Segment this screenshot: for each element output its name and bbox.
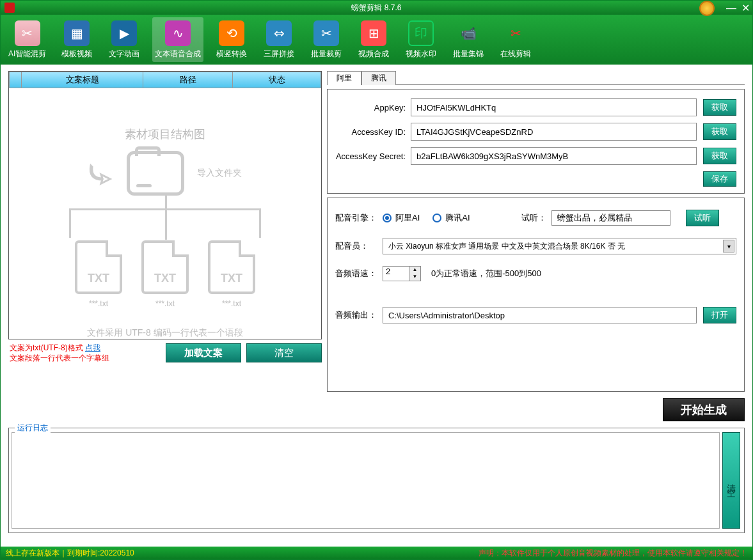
tool-icon-5: ⇔ (266, 20, 292, 46)
spin-up-icon[interactable]: ▲ (409, 267, 420, 274)
txt-file-icon: TXT (208, 240, 255, 294)
drop-placeholder: 素材项目结构图 导入文件夹 TXT***.txt TXT***.txt TXT*… (9, 88, 321, 339)
tab-tencent[interactable]: 腾讯 (361, 71, 396, 85)
preview-button[interactable]: 试听 (686, 210, 719, 226)
folder-icon (127, 151, 184, 196)
speed-note: 0为正常语速，范围-500到500 (431, 268, 541, 279)
start-generate-button[interactable]: 开始生成 (663, 398, 745, 421)
col-title[interactable]: 文案标题 (22, 72, 143, 88)
api-credentials-group: AppKey: 获取 AccessKey ID: 获取 AccessKey Se… (327, 89, 745, 194)
tab-ali[interactable]: 阿里 (327, 71, 361, 85)
speed-spinner[interactable]: 2 ▲▼ (383, 266, 421, 281)
col-status[interactable]: 状态 (233, 72, 321, 88)
open-folder-button[interactable]: 打开 (703, 307, 736, 323)
tool-icon-2: ▶ (111, 20, 137, 46)
medal-icon[interactable] (699, 1, 715, 16)
appkey-label: AppKey: (335, 103, 406, 113)
voice-label: 配音员： (335, 240, 383, 252)
tool-icon-6: ✂ (313, 20, 339, 46)
accesssecret-label: AccessKey Secret: (335, 152, 406, 161)
table-corner (9, 72, 22, 88)
accessid-label: AccessKey ID: (335, 127, 406, 137)
encoding-note: 文件采用 UTF-8 编码一行代表一个语段 (87, 327, 242, 339)
tool-0[interactable]: ✂AI智能混剪 (6, 17, 49, 62)
load-script-button[interactable]: 加载文案 (166, 343, 241, 362)
tool-icon-0: ✂ (15, 20, 40, 46)
accesssecret-input[interactable] (411, 147, 697, 165)
voice-select[interactable]: 小云 Xiaoyun 标准女声 通用场景 中文及中英文混合场景 8K/16K 否… (383, 238, 736, 254)
tool-6[interactable]: ✂批量裁剪 (307, 17, 345, 62)
disclaimer-text: 声明：本软件仅用于个人原创音视频素材的处理，使用本软件请遵守相关规定！ (479, 548, 747, 559)
save-credentials-button[interactable]: 保存 (703, 171, 736, 187)
engine-tencent-radio[interactable]: 腾讯AI (432, 212, 470, 224)
preview-label: 试听： (521, 212, 546, 224)
chevron-down-icon: ▾ (723, 240, 734, 253)
titlebar: 螃蟹剪辑 8.7.6 — ✕ (1, 1, 752, 15)
tool-10[interactable]: ✂在线剪辑 (496, 17, 535, 62)
tool-icon-4: ⟲ (219, 20, 244, 46)
tool-icon-3: ∿ (165, 20, 191, 46)
txt-file-icon: TXT (75, 240, 122, 294)
format-note: 文案为txt(UTF-8)格式 点我 文案段落一行代表一个字幕组 (10, 343, 109, 363)
version-status: 线上存在新版本｜到期时间:20220510 (6, 548, 134, 559)
tool-2[interactable]: ▶文字动画 (105, 17, 143, 62)
tool-4[interactable]: ⟲横竖转换 (212, 17, 251, 62)
get-accesssecret-button[interactable]: 获取 (703, 148, 736, 164)
log-textarea[interactable] (12, 432, 720, 529)
main-toolbar: ✂AI智能混剪▦模板视频▶文字动画∿文本语音合成⟲横竖转换⇔三屏拼接✂批量裁剪⊞… (1, 15, 752, 65)
statusbar: 线上存在新版本｜到期时间:20220510 声明：本软件仅用于个人原创音视频素材… (1, 547, 752, 559)
tool-icon-1: ▦ (64, 20, 90, 46)
minimize-button[interactable]: — (726, 3, 736, 14)
placeholder-title: 素材项目结构图 (125, 127, 205, 142)
app-logo-icon (4, 3, 15, 13)
tool-icon-9: 📹 (456, 20, 481, 46)
get-accessid-button[interactable]: 获取 (703, 123, 736, 140)
speed-label: 音频语速： (335, 268, 383, 279)
clear-log-button[interactable]: 清空 (722, 432, 740, 529)
log-legend: 运行日志 (15, 423, 51, 433)
txt-file-icon: TXT (141, 240, 189, 294)
col-path[interactable]: 路径 (143, 72, 233, 88)
tool-icon-10: ✂ (503, 20, 528, 46)
tool-8[interactable]: 印视频水印 (402, 17, 440, 62)
tool-5[interactable]: ⇔三屏拼接 (260, 17, 298, 62)
engine-ali-radio[interactable]: 阿里AI (383, 212, 420, 224)
preview-text-input[interactable] (551, 210, 670, 226)
close-button[interactable]: ✕ (741, 3, 750, 14)
accessid-input[interactable] (411, 123, 697, 141)
voice-settings-group: 配音引擎： 阿里AI 腾讯AI 试听： 试听 配音员： 小云 Xiaoyun 标… (327, 198, 745, 392)
clear-script-button[interactable]: 清空 (246, 343, 322, 362)
spin-down-icon[interactable]: ▼ (409, 274, 420, 281)
import-arrow-icon (88, 160, 114, 186)
tool-9[interactable]: 📹批量集锦 (449, 17, 487, 62)
format-link[interactable]: 点我 (85, 343, 100, 352)
tool-3[interactable]: ∿文本语音合成 (152, 17, 203, 62)
tool-1[interactable]: ▦模板视频 (58, 17, 96, 62)
import-label: 导入文件夹 (197, 167, 242, 179)
tool-icon-7: ⊞ (361, 20, 386, 46)
get-appkey-button[interactable]: 获取 (703, 99, 736, 116)
tool-icon-8: 印 (408, 20, 434, 46)
appkey-input[interactable] (411, 98, 697, 116)
tool-7[interactable]: ⊞视频合成 (354, 17, 393, 62)
output-label: 音频输出： (335, 309, 383, 321)
engine-label: 配音引擎： (335, 212, 383, 224)
script-list-panel: 文案标题 路径 状态 素材项目结构图 导入文件夹 TXT***. (8, 71, 322, 339)
output-path-input[interactable] (383, 307, 697, 323)
window-title: 螃蟹剪辑 8.7.6 (351, 3, 401, 13)
